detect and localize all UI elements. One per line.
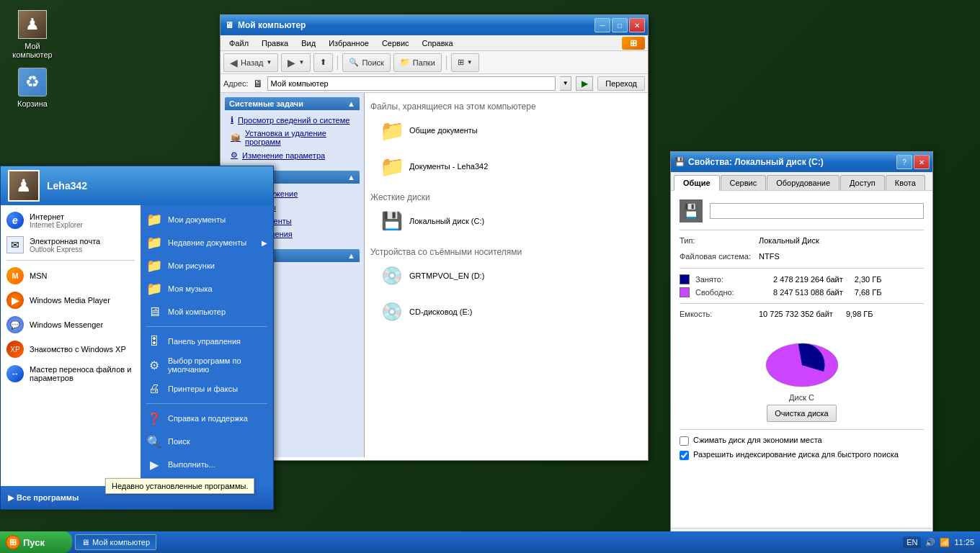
sidebar-link-sysinfo[interactable]: ℹ Просмотр сведений о системе xyxy=(228,113,357,127)
mypics-label: Мои рисунки xyxy=(168,261,267,270)
list-item[interactable]: 📁 Документы - Leha342 xyxy=(376,152,506,181)
menu-tools[interactable]: Сервис xyxy=(376,37,415,49)
props-close-button[interactable]: ✕ xyxy=(914,155,930,169)
tab-general[interactable]: Общие xyxy=(674,175,720,191)
wmp-icon: ▶ xyxy=(6,292,24,309)
windows-start-logo: ⊞ xyxy=(6,535,20,549)
tab-quota[interactable]: Квота xyxy=(886,175,925,190)
taskbar-right: EN 🔊 📶 11:25 xyxy=(897,536,980,548)
sm-item-ie[interactable]: e Интернет Internet Explorer xyxy=(1,208,141,233)
sm-item-email[interactable]: ✉ Электронная почта Outlook Express xyxy=(1,233,141,257)
list-item[interactable]: 💿 GRTMPVOL_EN (D:) xyxy=(376,261,506,290)
start-button[interactable]: ⊞ Пуск xyxy=(0,531,72,553)
maximize-button[interactable]: □ xyxy=(612,18,628,32)
help-button[interactable]: ? xyxy=(896,155,912,169)
local-disk-icon: 💾 xyxy=(380,210,404,233)
used-bytes: 2 478 219 264 байт xyxy=(773,275,843,284)
printers-label: Принтеры и факсы xyxy=(168,385,267,393)
address-pc-icon: 🖥 xyxy=(253,78,263,89)
recycle-label: Корзина xyxy=(17,99,48,108)
list-item[interactable]: 💿 CD-дисковод (E:) xyxy=(376,297,506,326)
sm-item-mycomp-right[interactable]: 🖥 Мой компьютер xyxy=(141,300,273,323)
sm-item-msn[interactable]: M MSN xyxy=(1,264,141,288)
sm-item-recents[interactable]: 📁 Недавние документы ▶ xyxy=(141,231,273,254)
sm-item-run[interactable]: ▶ Выполнить... xyxy=(141,453,273,476)
address-input[interactable] xyxy=(267,76,556,91)
go-button[interactable]: Переход xyxy=(597,76,645,91)
recents-folder-icon: 📁 xyxy=(146,235,162,251)
clean-disk-button[interactable]: Очистка диска xyxy=(767,405,836,422)
props-icon: 💾 xyxy=(674,156,685,168)
views-button[interactable]: ⊞ ▼ xyxy=(451,53,479,72)
control-panel-icon: 🎛 xyxy=(146,333,162,349)
tab-service[interactable]: Сервис xyxy=(721,175,767,190)
desktop-icon-recycle[interactable]: ♻ Корзина xyxy=(7,65,58,111)
sm-sep-right-2 xyxy=(146,403,267,404)
tab-hardware[interactable]: Оборудование xyxy=(767,175,839,190)
window-body: Системные задачи ▲ ℹ Просмотр сведений о… xyxy=(220,93,648,457)
user-docs-icon: 📁 xyxy=(380,155,404,178)
forward-button[interactable]: ▶ ▼ xyxy=(281,53,311,72)
menu-file[interactable]: Файл xyxy=(223,37,254,49)
sm-item-mymusic[interactable]: 📁 Моя музыка xyxy=(141,277,273,300)
sm-item-printers[interactable]: 🖨 Принтеры и факсы xyxy=(141,377,273,400)
all-programs-button[interactable]: ▶ Все программы xyxy=(8,493,79,503)
sm-item-mydocs[interactable]: 📁 Мои документы xyxy=(141,208,273,231)
sm-item-transfer[interactable]: ↔ Мастер переноса файлов и параметров xyxy=(1,361,141,386)
mydocs-folder-icon: 📁 xyxy=(146,212,162,228)
index-checkbox[interactable] xyxy=(680,451,689,460)
menu-edit[interactable]: Правка xyxy=(256,37,294,49)
sm-item-control[interactable]: 🎛 Панель управления xyxy=(141,330,273,353)
props-titlebar[interactable]: 💾 Свойства: Локальный диск (С:) ? ✕ xyxy=(671,152,932,172)
start-menu-header: ♟ Leha342 xyxy=(1,166,273,205)
close-button[interactable]: ✕ xyxy=(629,18,645,32)
mymusic-folder-icon: 📁 xyxy=(146,281,162,297)
address-dropdown-button[interactable]: ▼ xyxy=(560,76,571,91)
mycomputer-icon: ♟ xyxy=(18,10,47,39)
menu-help[interactable]: Справка xyxy=(416,37,459,49)
used-color-block xyxy=(680,274,690,284)
search-button[interactable]: 🔍 Поиск xyxy=(342,53,390,72)
props-title: Свойства: Локальный диск (С:) xyxy=(688,157,894,167)
menu-view[interactable]: Вид xyxy=(295,37,321,49)
recents-arrow-icon: ▶ xyxy=(262,239,267,247)
sidebar-link-addremove[interactable]: 📦 Установка и удаление программ xyxy=(228,127,357,148)
mycomputer-titlebar[interactable]: 🖥 Мой компьютер ─ □ ✕ xyxy=(220,15,648,35)
sm-item-defaults[interactable]: ⚙ Выбор программ по умолчанию xyxy=(141,353,273,377)
sm-item-wxp[interactable]: XP Знакомство с Windows XP xyxy=(1,337,141,361)
index-row: Разрешить индексирование диска для быстр… xyxy=(680,450,924,460)
mycomp-right-label: Мой компьютер xyxy=(168,307,267,316)
back-arrow-icon: ◀ xyxy=(230,57,238,68)
sidebar-link-params[interactable]: ⚙ Изменение параметра xyxy=(228,148,357,162)
sidebar-header-tasks[interactable]: Системные задачи ▲ xyxy=(225,97,360,110)
wxp-label: Знакомство с Windows XP xyxy=(30,345,135,354)
desktop-icon-mycomputer[interactable]: ♟ Мойкомпьютер xyxy=(7,7,58,62)
sm-item-search[interactable]: 🔍 Поиск xyxy=(141,430,273,453)
taskbar-time: 11:25 xyxy=(954,538,974,547)
folders-button[interactable]: 📁 Папки xyxy=(393,53,442,72)
back-label: Назад xyxy=(241,58,264,67)
minimize-button[interactable]: ─ xyxy=(594,18,610,32)
start-label: Пуск xyxy=(23,537,45,548)
back-button[interactable]: ◀ Назад ▼ xyxy=(223,53,278,72)
start-menu: ♟ Leha342 e Интернет Internet Explorer ✉… xyxy=(0,166,274,510)
list-item[interactable]: 💾 Локальный диск (C:) xyxy=(376,207,506,235)
list-item[interactable]: 📁 Общие документы xyxy=(376,116,506,145)
tab-sharing[interactable]: Доступ xyxy=(840,175,885,190)
disk-name-input[interactable] xyxy=(710,203,924,219)
recycle-icon: ♻ xyxy=(18,68,47,96)
up-button[interactable]: ⬆ xyxy=(313,53,333,72)
taskbar-item-mycomp[interactable]: 🖥 Мой компьютер xyxy=(75,534,156,550)
dialog-body: 💾 Тип: Локальный Диск Файловая система: … xyxy=(671,191,932,528)
sm-item-mypics[interactable]: 📁 Мои рисунки xyxy=(141,254,273,277)
sm-item-messenger[interactable]: 💬 Windows Messenger xyxy=(1,313,141,337)
window-title: Мой компьютер xyxy=(238,20,592,30)
section-title-userfiles: Файлы, хранящиеся на этом компьютере xyxy=(370,102,642,112)
address-bar: Адрес: 🖥 ▼ ▶ Переход xyxy=(220,74,648,93)
compress-checkbox[interactable] xyxy=(680,436,689,446)
sm-item-help[interactable]: ❓ Справка и поддержка xyxy=(141,407,273,430)
menu-favorites[interactable]: Избранное xyxy=(323,37,375,49)
address-go-button[interactable]: ▶ xyxy=(576,76,593,91)
sm-item-wmp[interactable]: ▶ Windows Media Player xyxy=(1,288,141,313)
views-dropdown-icon: ▼ xyxy=(467,59,473,66)
